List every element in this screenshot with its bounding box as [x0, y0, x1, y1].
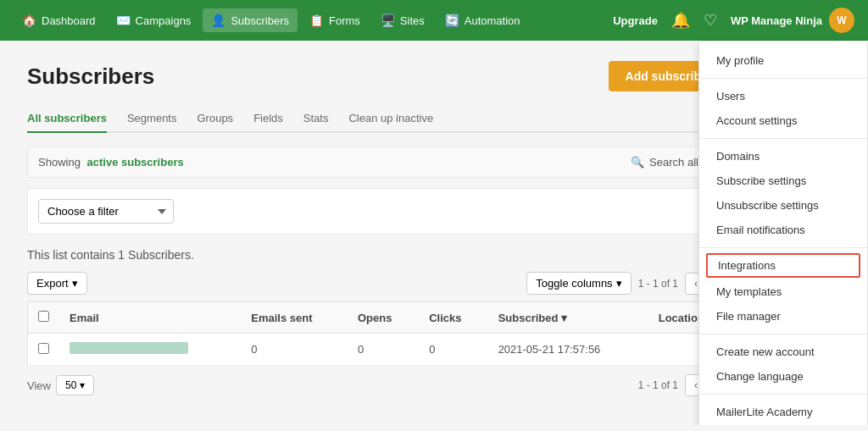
- row-emails-sent: 0: [241, 334, 348, 366]
- dropdown-unsubscribe-settings[interactable]: Unsubscribe settings: [699, 193, 867, 218]
- page-header: Subscribers Add subscribers: [27, 61, 736, 91]
- nav-item-sites[interactable]: 🖥️ Sites: [372, 8, 433, 32]
- view-value: 50: [65, 379, 76, 391]
- showing-bar: Showing active subscribers 🔍 Search all …: [27, 146, 736, 178]
- main-content: Subscribers Add subscribers All subscrib…: [0, 41, 763, 425]
- dropdown-divider-4: [699, 334, 867, 334]
- list-info: This list contains 1 Subscribers.: [27, 248, 736, 262]
- dropdown-account-settings[interactable]: Account settings: [699, 108, 867, 133]
- dropdown-email-notifications[interactable]: Email notifications: [699, 218, 867, 242]
- bottom-pagination-text: 1 - 1 of 1: [638, 379, 678, 391]
- nav-label-subscribers: Subscribers: [231, 14, 289, 27]
- row-opens: 0: [348, 334, 419, 366]
- nav-label-campaigns: Campaigns: [136, 14, 192, 27]
- sort-icon: ▾: [561, 312, 567, 324]
- nav-item-forms[interactable]: 📋 Forms: [301, 8, 369, 32]
- toggle-chevron-icon: ▾: [616, 277, 622, 290]
- nav-label-sites: Sites: [400, 14, 425, 27]
- search-icon: 🔍: [631, 156, 644, 169]
- nav-label-forms: Forms: [329, 14, 360, 27]
- dashboard-icon: 🏠: [22, 14, 36, 27]
- dropdown-users[interactable]: Users: [699, 84, 867, 108]
- brand-label: WP Manage Ninja: [731, 14, 822, 27]
- view-count-button[interactable]: 50 ▾: [56, 375, 94, 395]
- active-subscribers-link[interactable]: active subscribers: [87, 156, 184, 169]
- filter-row: Choose a filter: [27, 188, 736, 235]
- dropdown-integrations[interactable]: Integrations: [706, 253, 860, 278]
- sites-icon: 🖥️: [381, 14, 395, 27]
- nav-label-dashboard: Dashboard: [42, 14, 96, 27]
- forms-icon: 📋: [309, 14, 324, 27]
- tab-clean-up-inactive[interactable]: Clean up inactive: [348, 105, 433, 133]
- column-header-subscribed[interactable]: Subscribed ▾: [488, 302, 648, 334]
- bell-icon[interactable]: 🔔: [671, 11, 690, 30]
- avatar: W: [829, 8, 854, 33]
- nav-item-dashboard[interactable]: 🏠 Dashboard: [14, 8, 104, 32]
- nav-label-automation: Automation: [465, 14, 520, 27]
- nav-item-automation[interactable]: 🔄 Automation: [437, 8, 529, 32]
- account-menu[interactable]: WP Manage Ninja W: [731, 8, 854, 33]
- bottom-bar: View 50 ▾ 1 - 1 of 1 ‹ ›: [27, 366, 736, 405]
- dropdown-divider-2: [699, 138, 867, 139]
- subscribers-table: Email Emails sent Opens Clicks Subscribe…: [27, 301, 736, 366]
- dropdown-subscribe-settings[interactable]: Subscribe settings: [699, 169, 867, 193]
- row-checkbox-cell: [28, 334, 60, 366]
- showing-label: Showing: [38, 156, 81, 169]
- subscribers-icon: 👤: [211, 14, 225, 27]
- nav-item-campaigns[interactable]: ✉️ Campaigns: [108, 8, 200, 32]
- table-row: 0 0 0 2021-05-21 17:57:56: [28, 334, 736, 366]
- table-controls: Export ▾ Toggle columns ▾ 1 - 1 of 1 ‹ ›: [27, 272, 736, 295]
- dropdown-domains[interactable]: Domains: [699, 144, 867, 169]
- toggle-columns-button[interactable]: Toggle columns ▾: [526, 272, 631, 295]
- dropdown-divider-5: [699, 394, 867, 395]
- tab-groups[interactable]: Groups: [197, 105, 233, 133]
- showing-text: Showing active subscribers: [38, 156, 184, 169]
- export-chevron-icon: ▾: [72, 277, 78, 290]
- row-clicks: 0: [419, 334, 487, 366]
- campaigns-icon: ✉️: [116, 14, 131, 27]
- row-checkbox[interactable]: [38, 343, 49, 354]
- nav-left: 🏠 Dashboard ✉️ Campaigns 👤 Subscribers 📋…: [14, 8, 613, 32]
- row-email[interactable]: [59, 334, 241, 366]
- dropdown-change-language[interactable]: Change language: [699, 364, 867, 389]
- pagination-text: 1 - 1 of 1: [638, 278, 678, 290]
- dropdown-my-templates[interactable]: My templates: [699, 279, 867, 304]
- automation-icon: 🔄: [445, 14, 459, 27]
- dropdown-menu: My profile Users Account settings Domain…: [698, 41, 868, 425]
- top-nav: 🏠 Dashboard ✉️ Campaigns 👤 Subscribers 📋…: [0, 0, 868, 41]
- dropdown-divider-3: [699, 247, 867, 248]
- heart-icon[interactable]: ♡: [704, 11, 717, 30]
- column-header-email[interactable]: Email: [59, 302, 241, 334]
- view-label: View: [27, 379, 51, 392]
- page-title: Subscribers: [27, 64, 154, 90]
- toggle-columns-label: Toggle columns: [536, 277, 612, 290]
- dropdown-mailerlite-academy[interactable]: MailerLite Academy: [699, 400, 867, 424]
- tab-all-subscribers[interactable]: All subscribers: [27, 105, 107, 133]
- tab-fields[interactable]: Fields: [253, 105, 283, 133]
- dropdown-file-manager[interactable]: File manager: [699, 304, 867, 329]
- nav-right: Upgrade 🔔 ♡ WP Manage Ninja W My profile…: [613, 8, 854, 33]
- nav-item-subscribers[interactable]: 👤 Subscribers: [203, 8, 298, 32]
- view-selector: View 50 ▾: [27, 375, 94, 395]
- tabs: All subscribers Segments Groups Fields S…: [27, 105, 736, 133]
- tab-segments[interactable]: Segments: [127, 105, 177, 133]
- dropdown-help[interactable]: Help: [699, 424, 867, 425]
- column-header-opens: Opens: [348, 302, 419, 334]
- column-header-emails-sent: Emails sent: [241, 302, 348, 334]
- subscribed-label: Subscribed: [498, 312, 559, 324]
- export-label: Export: [36, 277, 69, 290]
- select-all-checkbox[interactable]: [38, 311, 49, 322]
- export-button[interactable]: Export ▾: [27, 272, 87, 295]
- tab-stats[interactable]: Stats: [303, 105, 329, 133]
- filter-select[interactable]: Choose a filter: [38, 199, 174, 224]
- row-subscribed: 2021-05-21 17:57:56: [488, 334, 648, 366]
- table-header-row: Email Emails sent Opens Clicks Subscribe…: [28, 302, 736, 334]
- upgrade-button[interactable]: Upgrade: [613, 14, 658, 27]
- dropdown-create-new-account[interactable]: Create new account: [699, 340, 867, 364]
- dropdown-my-profile[interactable]: My profile: [699, 48, 867, 73]
- view-chevron-icon: ▾: [80, 379, 85, 391]
- select-all-header: [28, 302, 60, 334]
- dropdown-divider-1: [699, 78, 867, 79]
- column-header-clicks: Clicks: [419, 302, 487, 334]
